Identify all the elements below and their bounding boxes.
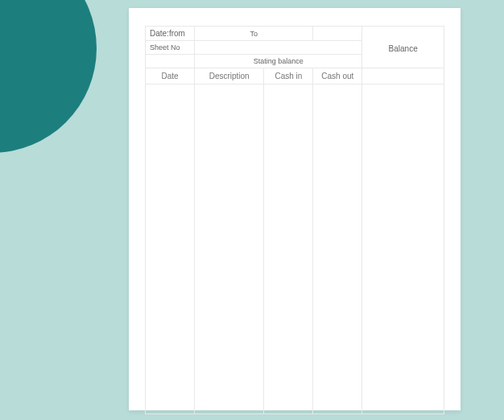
col-description: Description <box>194 68 263 84</box>
col-balance-empty <box>362 68 444 84</box>
to-label: To <box>194 27 312 41</box>
balance-header: Balance <box>362 27 444 68</box>
ledger-body-row <box>146 84 444 414</box>
date-to-empty <box>313 27 362 41</box>
col-cash-out: Cash out <box>313 68 362 84</box>
ledger-table: Date:from To Balance Sheet No Stating ba… <box>145 26 444 414</box>
col-cash-in: Cash in <box>264 68 313 84</box>
date-from-label: Date:from <box>146 27 195 41</box>
body-date <box>146 84 195 414</box>
sheet-no-empty <box>194 41 361 55</box>
body-balance <box>362 84 444 414</box>
sheet-no-label: Sheet No <box>146 41 195 55</box>
col-date: Date <box>146 68 195 84</box>
column-headers: Date Description Cash in Cash out <box>146 68 444 84</box>
decorative-circle <box>0 0 97 153</box>
body-cash-out <box>313 84 362 414</box>
ledger-sheet: Date:from To Balance Sheet No Stating ba… <box>129 8 461 410</box>
body-description <box>194 84 263 414</box>
date-range-row: Date:from To Balance <box>146 27 444 41</box>
starting-balance-left <box>146 55 195 68</box>
body-cash-in <box>264 84 313 414</box>
starting-balance-label: Stating balance <box>194 55 361 68</box>
